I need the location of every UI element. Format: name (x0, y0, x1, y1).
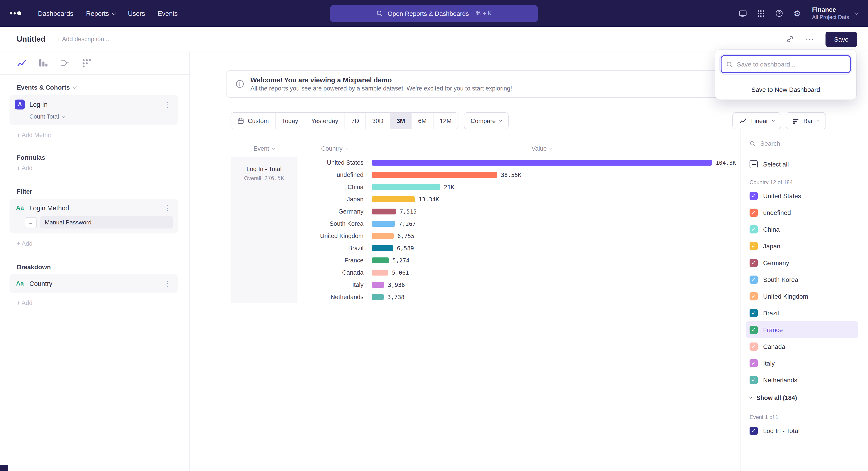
legend-item-checkbox[interactable]: ✓ (749, 225, 758, 233)
aggregation-selector[interactable]: Count Total (29, 113, 64, 120)
save-dashboard-search[interactable] (721, 55, 851, 73)
legend-item-label: Germany (763, 259, 789, 266)
range-custom[interactable]: Custom (231, 113, 276, 129)
tab-flows[interactable] (60, 58, 70, 68)
legend-item-south-korea[interactable]: ✓ South Korea (746, 271, 858, 288)
bar[interactable] (372, 294, 384, 300)
legend-item-checkbox[interactable]: ✓ (749, 259, 758, 267)
breakdown-menu-button[interactable]: ⋮ (162, 279, 173, 288)
nav-reports[interactable]: Reports (81, 6, 120, 21)
breakdown-row[interactable]: Aa Country ⋮ (15, 279, 173, 288)
apps-grid-button[interactable] (753, 6, 769, 21)
column-header-country[interactable]: Country (298, 145, 372, 152)
legend-item-checkbox[interactable]: ✓ (749, 292, 758, 300)
column-header-value[interactable]: Value (372, 145, 712, 152)
legend-item-checkbox[interactable]: ✓ (749, 242, 758, 250)
filter-menu-button[interactable]: ⋮ (162, 204, 173, 212)
select-all-row[interactable]: Select all (746, 155, 858, 174)
legend-item-checkbox[interactable]: ✓ (749, 208, 758, 216)
save-button[interactable]: Save (826, 31, 857, 47)
bar[interactable] (372, 270, 388, 275)
legend-item-brazil[interactable]: ✓ Brazil (746, 304, 858, 321)
report-title[interactable]: Untitled (17, 35, 45, 44)
event-summary-cell[interactable]: Log In - Total Overall 276.5K (230, 156, 298, 303)
legend-item-checkbox[interactable]: ✓ (749, 275, 758, 284)
legend-item-france[interactable]: ✓ France (746, 321, 858, 338)
range-7d[interactable]: 7D (345, 113, 366, 129)
legend-item-checkbox[interactable]: ✓ (749, 359, 758, 367)
save-to-new-dashboard-option[interactable]: Save to New Dashboard (715, 79, 856, 99)
legend-item-china[interactable]: ✓ China (746, 221, 858, 238)
legend-item-japan[interactable]: ✓ Japan (746, 238, 858, 254)
nav-events[interactable]: Events (153, 6, 183, 21)
events-section-title[interactable]: Events & Cohorts (17, 84, 178, 91)
range-3m[interactable]: 3M (390, 113, 412, 129)
legend-item-checkbox[interactable]: ✓ (749, 342, 758, 350)
bar[interactable] (372, 221, 395, 227)
compare-button[interactable]: Compare (464, 112, 509, 129)
project-switcher[interactable]: Finance All Project Data (812, 6, 858, 21)
search-icon (376, 10, 383, 17)
filter-value-selector[interactable]: Manual Password (40, 216, 173, 229)
add-formula-button[interactable]: + Add (17, 165, 178, 172)
mixpanel-logo[interactable] (10, 11, 21, 16)
bar[interactable] (372, 172, 497, 178)
legend-item-netherlands[interactable]: ✓ Netherlands (746, 372, 858, 388)
metric-menu-button[interactable]: ⋮ (162, 100, 173, 109)
legend-event-checkbox[interactable]: ✓ (749, 426, 758, 435)
legend-item-italy[interactable]: ✓ Italy (746, 355, 858, 372)
bar[interactable] (372, 196, 415, 202)
legend-item-checkbox[interactable]: ✓ (749, 326, 758, 334)
legend-item-checkbox[interactable]: ✓ (749, 192, 758, 200)
column-header-event[interactable]: Event (230, 145, 298, 152)
compare-label: Compare (471, 117, 496, 124)
bar[interactable] (372, 160, 712, 166)
save-dashboard-input[interactable] (737, 61, 845, 68)
nav-dashboards[interactable]: Dashboards (33, 6, 78, 21)
range-12m[interactable]: 12M (433, 113, 458, 129)
help-button[interactable] (772, 6, 787, 21)
range-30d[interactable]: 30D (366, 113, 391, 129)
chevron-down-icon (272, 147, 275, 150)
more-options-button[interactable]: ⋯ (802, 31, 817, 47)
filter-row[interactable]: Aa Login Method ⋮ (15, 204, 173, 212)
copy-link-button[interactable] (782, 31, 798, 47)
range-today[interactable]: Today (276, 113, 305, 129)
global-search[interactable]: Open Reports & Dashboards ⌘ + K (330, 5, 538, 22)
legend-item-checkbox[interactable]: ✓ (749, 309, 758, 317)
bar-row: undefined 38.55K (230, 169, 740, 181)
legend-item-united-kingdom[interactable]: ✓ United Kingdom (746, 288, 858, 304)
bar[interactable] (372, 209, 396, 214)
legend-item-checkbox[interactable]: ✓ (749, 376, 758, 384)
add-metric-button[interactable]: + Add Metric (17, 132, 178, 139)
bar[interactable] (372, 184, 440, 190)
legend-item-canada[interactable]: ✓ Canada (746, 338, 858, 355)
bar[interactable] (372, 282, 384, 288)
tab-insights[interactable] (17, 58, 27, 68)
legend-item-united-states[interactable]: ✓ United States (746, 187, 858, 204)
settings-button[interactable]: ⚙ (789, 6, 805, 21)
scale-selector[interactable]: Linear (733, 112, 781, 129)
select-all-checkbox[interactable] (749, 160, 758, 168)
add-breakdown-button[interactable]: + Add (17, 299, 178, 306)
demo-data-button[interactable] (735, 6, 751, 21)
tab-funnels[interactable] (38, 58, 49, 68)
add-description[interactable]: + Add description... (57, 36, 109, 42)
bar[interactable] (372, 258, 389, 263)
bar[interactable] (372, 233, 394, 239)
nav-users[interactable]: Users (123, 6, 150, 21)
legend-item-undefined[interactable]: ✓ undefined (746, 204, 858, 221)
range-6m[interactable]: 6M (412, 113, 434, 129)
tab-retention[interactable] (82, 58, 92, 68)
filter-operator-selector[interactable]: = (25, 217, 37, 228)
add-filter-button[interactable]: + Add (17, 240, 178, 247)
bar[interactable] (372, 245, 393, 251)
show-all-button[interactable]: Show all (184) (746, 388, 858, 407)
legend-search-input[interactable] (760, 140, 855, 147)
legend-search[interactable] (746, 136, 858, 151)
legend-event-row[interactable]: ✓ Log In - Total (746, 422, 858, 439)
metric-row[interactable]: A Log In ⋮ (15, 99, 173, 110)
chart-type-selector[interactable]: Bar (786, 112, 826, 129)
legend-item-germany[interactable]: ✓ Germany (746, 254, 858, 271)
range-yesterday[interactable]: Yesterday (305, 113, 345, 129)
